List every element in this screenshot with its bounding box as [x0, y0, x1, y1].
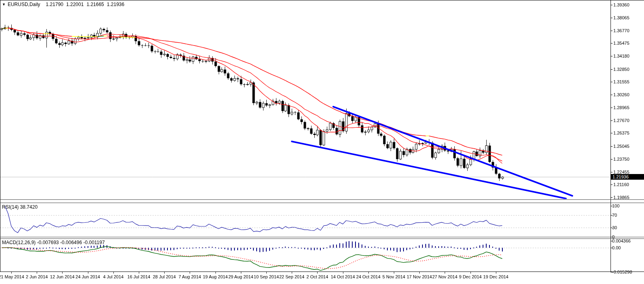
macd-indicator-label: MACD(12,26,9) -0.007693 -0.006496 -0.001… [2, 240, 105, 245]
date-axis-label: 14 Oct 2014 [331, 274, 355, 279]
chart-window: ▼EURUSD,Daily1.217901.220011.216651.2193… [0, 0, 644, 284]
ohlc-high-value: 1.22001 [66, 2, 84, 7]
date-axis-label: 19 Aug 2014 [203, 274, 228, 279]
price-axis-label: 1.23750 [613, 157, 629, 162]
ohlc-low-value: 1.21665 [86, 2, 104, 7]
price-axis-label: 1.21160 [613, 182, 629, 187]
chart-title-symbol: EURUSD,Daily [8, 2, 40, 7]
macd-axis-label: 0.00 [612, 245, 621, 250]
price-axis-label: 1.19865 [613, 195, 629, 200]
price-axis-label: 1.39360 [613, 2, 629, 7]
date-axis-label: 5 Nov 2014 [383, 274, 405, 279]
rsi-indicator-label: RSI(14) 38.7420 [2, 204, 38, 210]
date-axis-label: 24 Oct 2014 [356, 274, 381, 279]
date-axis-label: 16 Jul 2014 [128, 274, 151, 279]
price-axis-label: 1.22455 [613, 170, 629, 174]
date-axis-label: 21 May 2014 [0, 274, 24, 279]
date-axis-label: 2 Oct 2014 [306, 274, 328, 279]
rsi-axis-label: 70 [612, 213, 617, 218]
price-axis-label: 1.38065 [613, 15, 629, 20]
rsi-axis-label: 100 [612, 203, 619, 208]
price-axis-label: 1.25045 [613, 144, 629, 149]
date-axis-label: 4 Jul 2014 [103, 274, 123, 279]
date-axis-label: 12 Jun 2014 [50, 274, 75, 279]
date-axis-label: 28 Jul 2014 [153, 274, 176, 279]
date-axis-label: 22 Sep 2014 [279, 274, 304, 279]
price-axis-label: 1.30260 [613, 92, 629, 97]
date-axis-label: 7 Aug 2014 [179, 274, 201, 279]
current-price-tag: 1.21936 [611, 174, 644, 180]
price-axis-label: 1.26375 [613, 131, 629, 135]
date-axis-label: 19 Dec 2014 [483, 274, 508, 279]
rsi-axis-label: 30 [612, 225, 617, 230]
price-axis-label: 1.35475 [613, 41, 629, 46]
chart-title: ▼EURUSD,Daily1.217901.220011.216651.2193… [2, 2, 127, 7]
symbol-dropdown-icon[interactable]: ▼ [2, 2, 6, 6]
price-axis-label: 1.27670 [613, 118, 629, 123]
price-axis-label: 1.32850 [613, 67, 629, 72]
date-axis-label: 29 Aug 2014 [228, 274, 253, 279]
macd-axis-label: 0.004366 [612, 238, 631, 243]
ohlc-open-value: 1.21790 [46, 2, 63, 7]
date-axis-label: 17 Nov 2014 [407, 274, 432, 279]
date-axis-label: 10 Sep 2014 [254, 274, 279, 279]
price-axis-label: 1.34180 [613, 54, 629, 58]
date-axis-label: 27 Nov 2014 [432, 274, 457, 279]
price-axis-label: 1.36770 [613, 28, 629, 33]
price-axis-label: 1.28965 [613, 105, 629, 110]
price-axis-label: 1.31555 [613, 79, 629, 84]
date-axis-label: 9 Dec 2014 [459, 274, 481, 279]
date-axis-label: 24 Jun 2014 [75, 274, 100, 279]
date-axis-label: 2 Jun 2014 [26, 274, 48, 279]
macd-axis-label: -0.015298 [612, 269, 632, 274]
ohlc-close-value: 1.21936 [107, 2, 124, 7]
